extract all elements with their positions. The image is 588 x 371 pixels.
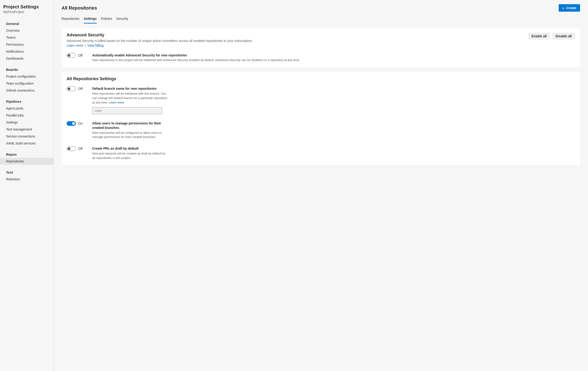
setting-row: OffCreate PRs as draft by defaultNew pul… [67,146,575,160]
sidebar-item-notifications[interactable]: Notifications [0,48,53,55]
nav-group-label: Test [0,169,53,176]
nav-group: TestRetention [0,169,53,183]
repo-settings-title: All Repositories Settings [67,76,575,81]
card-actions: Enable all Disable all [528,33,575,40]
setting-body: Automatically enable Advanced Security f… [92,53,575,63]
sidebar-item-xaml-build-services[interactable]: XAML build services [0,140,53,147]
sidebar-item-github-connections[interactable]: GitHub connections [0,87,53,94]
create-button-label: Create [566,6,576,10]
setting-title: Allow users to manage permissions for th… [92,121,169,130]
repo-settings-card: All Repositories Settings OffDefault bra… [62,72,580,165]
nav-group: GeneralOverviewTeamsPermissionsNotificat… [0,20,53,62]
disable-all-button[interactable]: Disable all [552,33,575,40]
toggle-block: On [67,121,87,126]
sidebar-item-test-management[interactable]: Test management [0,126,53,133]
setting-title: Automatically enable Advanced Security f… [92,53,575,58]
advanced-security-title: Advanced Security [67,33,253,38]
tabs: RepositoriesSettingsPoliciesSecurity [62,15,580,24]
setting-row: OnAllow users to manage permissions for … [67,121,575,139]
toggle-block: Off [67,53,87,58]
card-header: Advanced Security Advanced Security is b… [67,33,575,48]
view-billing-link[interactable]: View billing [87,44,104,47]
setting-desc: New repositories will be configured to a… [92,131,169,140]
sidebar-title: Project Settings [3,4,50,10]
sidebar-nav: GeneralOverviewTeamsPermissionsNotificat… [0,20,53,183]
learn-more-link[interactable]: Learn more [109,101,124,104]
tab-policies[interactable]: Policies [101,15,112,23]
sidebar: Project Settings MyFirstProject GeneralO… [0,0,53,371]
toggle-block: Off [67,146,87,151]
nav-group: ReposRepositories [0,151,53,165]
setting-desc: New pull requests will be created as dra… [92,152,169,160]
advanced-security-desc: Advanced Security is billed based on the… [67,38,253,48]
setting-toggle[interactable] [67,146,76,151]
setting-body: Allow users to manage permissions for th… [92,121,169,139]
setting-title: Create PRs as draft by default [92,146,169,151]
nav-group-label: Boards [0,66,53,73]
enable-all-button[interactable]: Enable all [528,33,550,40]
sidebar-item-agent-pools[interactable]: Agent pools [0,105,53,112]
setting-title: Default branch name for new repositories [92,87,169,91]
sidebar-item-settings[interactable]: Settings [0,119,53,126]
setting-row: OffDefault branch name for new repositor… [67,87,575,114]
sidebar-item-repositories[interactable]: Repositories [0,158,53,165]
setting-toggle[interactable] [67,87,76,91]
setting-toggle[interactable] [67,121,76,126]
sidebar-item-team-configuration[interactable]: Team configuration [0,80,53,87]
nav-group: BoardsProject configurationTeam configur… [0,66,53,94]
page-header: All Repositories + Create [62,4,580,12]
sidebar-item-service-connections[interactable]: Service connections [0,133,53,140]
sidebar-item-project-configuration[interactable]: Project configuration [0,73,53,80]
sidebar-header: Project Settings MyFirstProject [0,4,53,16]
toggle-state: Off [78,147,83,151]
setting-desc: New repositories will be initialized wit… [92,92,169,105]
page-title: All Repositories [62,5,97,11]
sidebar-item-teams[interactable]: Teams [0,34,53,41]
nav-group: PipelinesAgent poolsParallel jobsSetting… [0,98,53,147]
auto-enable-setting: Off Automatically enable Advanced Securi… [67,53,575,63]
auto-enable-toggle[interactable] [67,53,76,58]
create-button[interactable]: + Create [559,4,580,12]
sidebar-item-permissions[interactable]: Permissions [0,41,53,48]
main-content: All Repositories + Create RepositoriesSe… [53,0,588,371]
nav-group-label: Repos [0,151,53,158]
tab-settings[interactable]: Settings [84,15,97,23]
setting-body: Create PRs as draft by defaultNew pull r… [92,146,169,160]
learn-more-link[interactable]: Learn more [67,44,83,47]
tab-repositories[interactable]: Repositories [62,15,80,23]
project-name[interactable]: MyFirstProject [3,10,50,14]
sidebar-item-parallel-jobs[interactable]: Parallel jobs [0,112,53,119]
sidebar-item-retention[interactable]: Retention [0,176,53,183]
default-branch-input[interactable] [92,107,162,114]
plus-icon: + [562,6,565,10]
setting-desc: New repositories in this project will be… [92,58,575,63]
tab-security[interactable]: Security [116,15,128,23]
toggle-state: Off [78,87,83,91]
advanced-security-card: Advanced Security Advanced Security is b… [62,28,580,68]
nav-group-label: General [0,20,53,27]
setting-body: Default branch name for new repositories… [92,87,169,114]
sidebar-item-dashboards[interactable]: Dashboards [0,55,53,62]
sidebar-item-overview[interactable]: Overview [0,27,53,34]
nav-group-label: Pipelines [0,98,53,105]
toggle-block: Off [67,87,87,91]
toggle-state: Off [78,54,83,57]
toggle-state: On [78,122,83,125]
settings-list: OffDefault branch name for new repositor… [67,87,575,160]
